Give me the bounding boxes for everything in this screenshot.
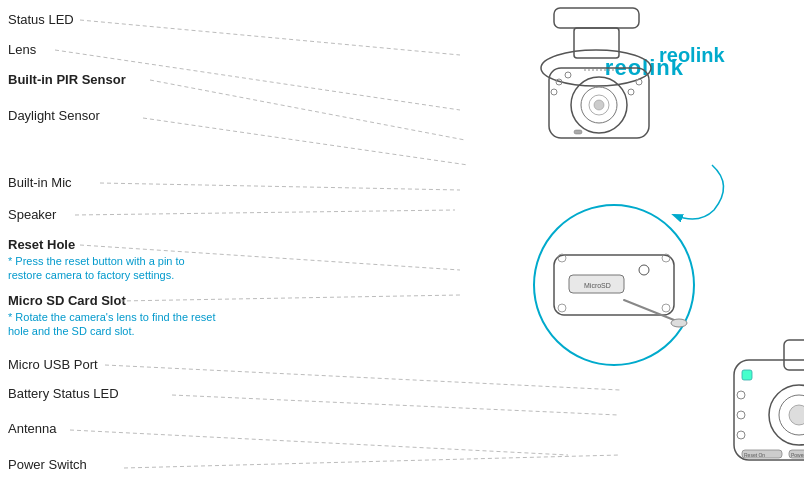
label-usb: Micro USB Port: [8, 357, 98, 372]
svg-text:reolink: reolink: [659, 44, 725, 66]
svg-rect-55: [742, 370, 752, 380]
svg-point-19: [594, 100, 604, 110]
label-mic: Built-in Mic: [8, 175, 72, 190]
svg-rect-12: [554, 8, 639, 28]
label-reset: Reset Hole * Press the reset button with…: [8, 237, 75, 252]
svg-point-22: [565, 72, 571, 78]
label-lens: Lens: [8, 42, 36, 57]
svg-point-23: [628, 89, 634, 95]
camera-illustration: MicroSD Reset On Power: [244, 0, 804, 501]
label-power: Power Switch: [8, 457, 87, 472]
svg-text:Power: Power: [791, 452, 804, 458]
page-container: Status LED Lens Built-in PIR Sensor Dayl…: [0, 0, 804, 501]
svg-text:MicroSD: MicroSD: [584, 282, 611, 289]
label-pir: Built-in PIR Sensor: [8, 72, 126, 87]
svg-rect-13: [574, 28, 619, 58]
svg-rect-25: [574, 130, 582, 134]
svg-point-20: [551, 89, 557, 95]
svg-rect-41: [784, 340, 804, 370]
label-microsd: Micro SD Card Slot * Rotate the camera's…: [8, 293, 126, 308]
svg-text:Reset On: Reset On: [744, 452, 765, 458]
svg-point-37: [671, 319, 687, 327]
svg-point-44: [789, 405, 804, 425]
label-antenna: Antenna: [8, 421, 56, 436]
svg-point-47: [737, 431, 745, 439]
label-status-led: Status LED: [8, 12, 74, 27]
label-daylight: Daylight Sensor: [8, 108, 100, 123]
svg-point-46: [737, 411, 745, 419]
label-speaker: Speaker: [8, 207, 56, 222]
svg-point-45: [737, 391, 745, 399]
label-battery: Battery Status LED: [8, 386, 119, 401]
